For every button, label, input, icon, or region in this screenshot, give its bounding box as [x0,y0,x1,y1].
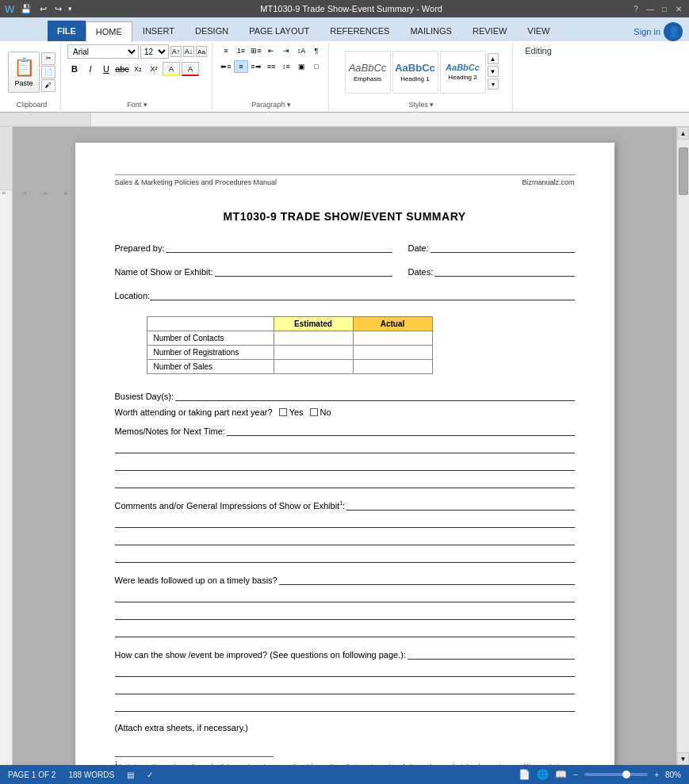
font-size-select[interactable]: 12 [140,44,169,59]
shading-button[interactable]: ▣ [294,60,308,73]
align-left-button[interactable]: ⬅≡ [219,60,233,73]
tab-home[interactable]: HOME [86,21,132,42]
location-input[interactable] [150,289,574,300]
justify-button[interactable]: ≡≡ [264,60,278,73]
scroll-area[interactable]: Sales & Marketing Policies and Procedure… [13,127,676,765]
tab-insert[interactable]: INSERT [132,21,185,41]
strikethrough-button[interactable]: abc [115,62,129,76]
font-name-select[interactable]: Arial [67,44,139,59]
improve-input[interactable] [408,648,575,660]
increase-indent-button[interactable]: ⇥ [279,44,293,57]
cut-button[interactable]: ✂ [41,52,56,65]
view-print-icon[interactable]: 📄 [519,769,530,780]
date-input[interactable] [431,242,575,253]
decrease-indent-button[interactable]: ⇤ [264,44,278,57]
view-web-icon[interactable]: 🌐 [537,769,549,780]
right-scrollbar[interactable]: ▲ ▼ [676,127,689,765]
zoom-slider[interactable] [584,773,648,776]
align-right-button[interactable]: ≡➡ [249,60,263,73]
format-painter-button[interactable]: 🖌 [41,79,56,92]
close-button[interactable]: ✕ [673,3,684,14]
tab-view[interactable]: VIEW [517,21,560,41]
subscript-button[interactable]: X₂ [131,62,145,76]
comments-input[interactable] [346,499,574,511]
italic-button[interactable]: I [83,62,98,76]
border-button[interactable]: □ [309,60,323,73]
spelling-check-icon[interactable]: ✓ [147,771,153,779]
tab-design[interactable]: DESIGN [185,21,239,41]
text-highlight-button[interactable]: A [163,62,180,76]
improve-label: How can the show /event be improved? (Se… [115,650,407,660]
paste-button[interactable]: 📋 Paste [8,52,40,93]
clipboard-group: 📋 Paste ✂ 📄 🖌 Clipboard [3,43,61,110]
prepared-by-input[interactable] [166,242,392,253]
memos-input[interactable] [227,425,575,436]
clear-format-button[interactable]: Aa [196,46,207,57]
leads-row: Were leads followed up on a timely basis… [115,574,575,585]
scroll-thumb[interactable] [679,147,688,195]
style-emphasis[interactable]: AaBbCc Emphasis [345,51,391,94]
quick-access-save[interactable]: 💾 [21,4,32,14]
paragraph-row1: ≡ 1≡ ⊞≡ ⇤ ⇥ ↕A ¶ [219,44,323,57]
styles-scroll-down[interactable]: ▼ [488,66,499,77]
comments-line-4 [115,552,575,563]
zoom-in-button[interactable]: + [654,771,659,779]
memos-line-3 [115,460,575,471]
minimize-button[interactable]: — [645,3,656,14]
clipboard-content: 📋 Paste ✂ 📄 🖌 [8,44,56,99]
help-button[interactable]: ? [630,3,641,14]
sign-in-link[interactable]: Sign in 👤 [633,22,689,41]
maximize-button[interactable]: □ [659,3,670,14]
sort-button[interactable]: ↕A [294,44,308,57]
superscript-button[interactable]: X² [147,62,161,76]
text-color-button[interactable]: A [182,62,199,76]
table-cell-reg-estimated[interactable] [274,346,353,360]
busiest-day-input[interactable] [175,390,574,401]
copy-button[interactable]: 📄 [41,66,56,78]
comments-footnote-ref: 1 [339,500,343,506]
dates-input[interactable] [434,266,574,277]
table-cell-reg-actual[interactable] [353,346,432,360]
quick-access-dropdown[interactable]: ▾ [68,5,72,13]
table-cell-sales-estimated[interactable] [274,360,353,374]
bold-button[interactable]: B [67,62,82,76]
zoom-out-button[interactable]: − [573,771,578,779]
ribbon-body: 📋 Paste ✂ 📄 🖌 Clipboard Arial 12 A↑ A↓ [0,41,689,113]
doc-title: MT1030-9 TRADE SHOW/EVENT SUMMARY [115,210,575,223]
styles-scroll-up[interactable]: ▲ [488,53,499,64]
shrink-font-button[interactable]: A↓ [183,46,194,57]
show-hide-button[interactable]: ¶ [309,44,323,57]
table-cell-sales-actual[interactable] [353,360,432,374]
tab-mailings[interactable]: MAILINGS [400,21,462,41]
grow-font-button[interactable]: A↑ [170,46,182,57]
style-heading2-label: Heading 2 [448,74,477,81]
bullets-button[interactable]: ≡ [219,44,233,57]
scroll-down-button[interactable]: ▼ [677,752,689,765]
leads-input[interactable] [279,574,575,585]
view-read-icon[interactable]: 📖 [555,769,567,780]
zoom-thumb[interactable] [622,771,630,778]
align-center-button[interactable]: ≡ [234,60,248,73]
table-cell-contacts-estimated[interactable] [274,331,353,346]
scroll-up-button[interactable]: ▲ [677,127,689,140]
tab-references[interactable]: REFERENCES [320,21,400,41]
show-name-input[interactable] [215,266,392,277]
line-spacing-button[interactable]: ↕≡ [279,60,293,73]
underline-button[interactable]: U [99,62,113,76]
layout-icon[interactable]: ▤ [127,771,134,779]
tab-review[interactable]: REVIEW [462,21,517,41]
yes-checkbox[interactable]: Yes [279,407,304,417]
no-checkbox[interactable]: No [310,407,331,417]
quick-access-undo[interactable]: ↩ [40,4,47,14]
quick-access-redo[interactable]: ↪ [55,4,62,14]
style-heading1[interactable]: AaBbCc Heading 1 [392,51,438,94]
tab-file[interactable]: FILE [48,21,86,41]
scroll-track[interactable] [677,140,689,752]
table-cell-contacts-actual[interactable] [353,331,432,346]
numbering-button[interactable]: 1≡ [234,44,248,57]
styles-expand[interactable]: ▾ [488,78,499,90]
style-heading2[interactable]: AaBbCc Heading 2 [440,51,486,94]
multilevel-button[interactable]: ⊞≡ [249,44,263,57]
tab-page-layout[interactable]: PAGE LAYOUT [239,21,320,41]
leads-line-4 [115,626,575,637]
